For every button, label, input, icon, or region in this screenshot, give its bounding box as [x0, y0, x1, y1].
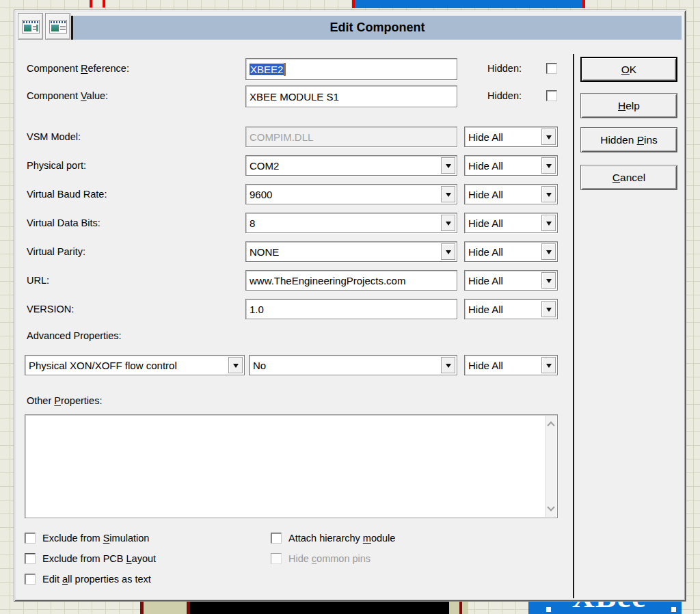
reference-hidden-checkbox[interactable] [546, 63, 557, 74]
virtual-baud-rate-select[interactable]: 9600 [245, 184, 457, 204]
hide-common-pins-checkbox [271, 553, 282, 564]
attach-hierarchy-module-label: Attach hierarchy module [288, 533, 395, 544]
logo-dot [546, 607, 551, 612]
schematic-blue-block [355, 0, 582, 8]
chevron-down-icon[interactable] [541, 129, 556, 145]
hidden-label: Hidden: [487, 63, 522, 74]
selected-text: XBEE2 [250, 64, 284, 75]
url-label: URL: [27, 275, 49, 286]
red-wire-segment [582, 0, 585, 8]
virtual-data-bits-label: Virtual Data Bits: [27, 217, 100, 228]
hide-common-pins-label: Hide common pins [288, 553, 371, 564]
chevron-down-icon[interactable] [441, 186, 455, 202]
chevron-down-icon[interactable] [541, 157, 556, 174]
vertical-scrollbar[interactable] [545, 416, 556, 517]
form-preview-icon [22, 20, 40, 34]
scroll-down-icon[interactable] [547, 503, 554, 511]
hidden-pins-button[interactable]: Hidden Pins [580, 127, 677, 152]
component-reference-label: Component Reference: [27, 63, 129, 74]
schematic-black-block [190, 602, 449, 614]
advanced-property-selector[interactable]: Physical XON/XOFF flow control [25, 355, 245, 375]
virtual-parity-label: Virtual Parity: [27, 246, 85, 257]
hide-common-pins-option: Hide common pins [271, 553, 371, 564]
xbee-component-graphic: XBee [528, 602, 682, 614]
dialog-titlebar[interactable]: Edit Component [71, 16, 682, 40]
component-reference-input[interactable]: XBEE2 [245, 58, 457, 80]
scroll-up-icon[interactable] [547, 421, 554, 429]
physical-port-label: Physical port: [27, 160, 86, 171]
form-preview-icon [49, 20, 67, 34]
url-input[interactable]: www.TheEngineeringProjects.com [245, 270, 457, 291]
attach-hierarchy-module-option[interactable]: Attach hierarchy module [271, 533, 395, 544]
dialog-preview-icon-button[interactable] [18, 13, 43, 40]
chevron-down-icon[interactable] [541, 272, 556, 289]
virtual-parity-hide-select[interactable]: Hide All [464, 241, 558, 262]
hidden-label: Hidden: [487, 90, 522, 101]
ok-button[interactable]: OK [580, 57, 677, 82]
chevron-down-icon[interactable] [541, 243, 556, 260]
version-input[interactable]: 1.0 [245, 299, 457, 319]
chevron-down-icon[interactable] [541, 215, 556, 231]
logo-dot [671, 607, 676, 612]
edit-all-properties-as-text-checkbox[interactable] [25, 574, 36, 585]
cancel-button[interactable]: Cancel [580, 165, 677, 190]
exclude-from-pcb-layout-option[interactable]: Exclude from PCB Layout [25, 553, 156, 564]
chevron-down-icon[interactable] [541, 301, 556, 317]
dialog-title: Edit Component [330, 21, 425, 35]
version-hide-select[interactable]: Hide All [464, 299, 558, 319]
virtual-data-bits-hide-select[interactable]: Hide All [464, 213, 558, 233]
component-value-label: Component Value: [27, 90, 108, 101]
schematic-khaki-block [449, 602, 468, 614]
virtual-baud-rate-hide-select[interactable]: Hide All [464, 184, 558, 204]
exclude-from-pcb-layout-label: Exclude from PCB Layout [42, 553, 156, 564]
physical-port-hide-select[interactable]: Hide All [464, 155, 558, 176]
physical-port-select[interactable]: COM2 [245, 155, 457, 176]
edit-component-dialog: Edit Component Component Reference: XBEE… [14, 10, 686, 602]
exclude-from-simulation-option[interactable]: Exclude from Simulation [25, 533, 149, 544]
xbee-logo-text: XBee [554, 602, 664, 614]
component-value-input[interactable]: XBEE MODULE S1 [245, 85, 457, 107]
url-hide-select[interactable]: Hide All [464, 270, 558, 291]
value-hidden-checkbox[interactable] [546, 90, 557, 101]
advanced-property-hide-select[interactable]: Hide All [464, 355, 558, 375]
other-properties-textarea[interactable] [25, 414, 558, 518]
vsm-model-hide-select[interactable]: Hide All [464, 126, 558, 147]
schematic-canvas: XBee Edit Component Component Reference:… [0, 0, 700, 614]
edit-all-properties-as-text-option[interactable]: Edit all properties as text [25, 574, 151, 585]
chevron-down-icon[interactable] [541, 357, 556, 373]
vsm-model-label: VSM Model: [27, 131, 81, 142]
help-button[interactable]: Help [580, 93, 677, 118]
advanced-properties-label: Advanced Properties: [27, 330, 122, 341]
virtual-data-bits-select[interactable]: 8 [245, 213, 457, 233]
version-label: VERSION: [27, 304, 74, 315]
exclude-from-simulation-checkbox[interactable] [25, 533, 36, 544]
red-wire-segment [103, 0, 105, 8]
chevron-down-icon[interactable] [441, 357, 455, 373]
vsm-model-field: COMPIM.DLL [245, 126, 457, 147]
exclude-from-simulation-label: Exclude from Simulation [42, 533, 149, 544]
dialog-preview-icon-button[interactable] [45, 13, 70, 40]
virtual-parity-select[interactable]: NONE [245, 241, 457, 262]
chevron-down-icon[interactable] [228, 357, 243, 373]
attach-hierarchy-module-checkbox[interactable] [271, 533, 282, 544]
exclude-from-pcb-layout-checkbox[interactable] [25, 553, 36, 564]
chevron-down-icon[interactable] [541, 186, 556, 202]
chevron-down-icon[interactable] [441, 215, 455, 231]
text-caret [284, 63, 286, 76]
chevron-down-icon[interactable] [441, 157, 455, 174]
advanced-property-value-select[interactable]: No [249, 355, 457, 375]
edit-all-properties-as-text-label: Edit all properties as text [42, 574, 151, 585]
chevron-down-icon[interactable] [441, 243, 455, 260]
button-column-divider [573, 54, 574, 598]
schematic-khaki-block [144, 602, 187, 614]
dark-red-wire-segment [459, 602, 462, 614]
other-properties-label: Other Properties: [27, 395, 102, 406]
red-wire-segment [90, 0, 92, 8]
virtual-baud-rate-label: Virtual Baud Rate: [27, 189, 107, 200]
